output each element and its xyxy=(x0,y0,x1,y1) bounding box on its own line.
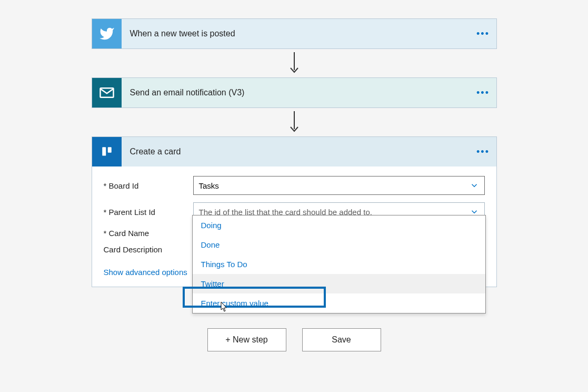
trigger-title: When a new tweet is posted xyxy=(122,29,470,38)
dropdown-option-done[interactable]: Done xyxy=(193,235,485,254)
show-advanced-link[interactable]: Show advanced options xyxy=(104,268,187,277)
chevron-down-icon xyxy=(470,181,479,190)
trigger-step[interactable]: When a new tweet is posted ••• xyxy=(92,18,497,49)
trello-step-body: * Board Id Tasks * Parent List Id The id… xyxy=(92,166,497,287)
svg-rect-5 xyxy=(107,147,111,153)
save-button[interactable]: Save xyxy=(302,328,381,351)
email-icon xyxy=(92,78,122,107)
card-name-label: * Card Name xyxy=(104,229,193,238)
arrow-connector xyxy=(284,111,305,133)
card-description-label: Card Description xyxy=(104,245,193,254)
dropdown-option-twitter[interactable]: Twitter xyxy=(193,274,485,293)
trello-menu-button[interactable]: ••• xyxy=(470,146,496,158)
trello-step: Create a card ••• xyxy=(92,136,497,166)
trello-icon xyxy=(92,137,122,166)
board-id-label: * Board Id xyxy=(104,181,193,190)
email-title: Send an email notification (V3) xyxy=(122,88,470,97)
svg-rect-4 xyxy=(102,147,106,155)
trigger-menu-button[interactable]: ••• xyxy=(470,28,496,40)
new-step-button[interactable]: + New step xyxy=(207,328,286,351)
parent-list-dropdown: Doing Done Things To Do Twitter Enter cu… xyxy=(192,215,486,313)
arrow-connector xyxy=(284,52,305,74)
board-id-row: * Board Id Tasks xyxy=(104,176,485,195)
twitter-icon xyxy=(92,19,122,48)
parent-list-label: * Parent List Id xyxy=(104,208,193,217)
board-id-value: Tasks xyxy=(199,181,219,190)
board-id-select[interactable]: Tasks xyxy=(193,176,485,195)
trello-title: Create a card xyxy=(122,147,470,156)
dropdown-option-doing[interactable]: Doing xyxy=(193,215,485,235)
dropdown-option-custom[interactable]: Enter custom value xyxy=(193,293,485,313)
dropdown-option-things-to-do[interactable]: Things To Do xyxy=(193,254,485,274)
email-menu-button[interactable]: ••• xyxy=(470,87,496,99)
email-step[interactable]: Send an email notification (V3) ••• xyxy=(92,77,497,108)
